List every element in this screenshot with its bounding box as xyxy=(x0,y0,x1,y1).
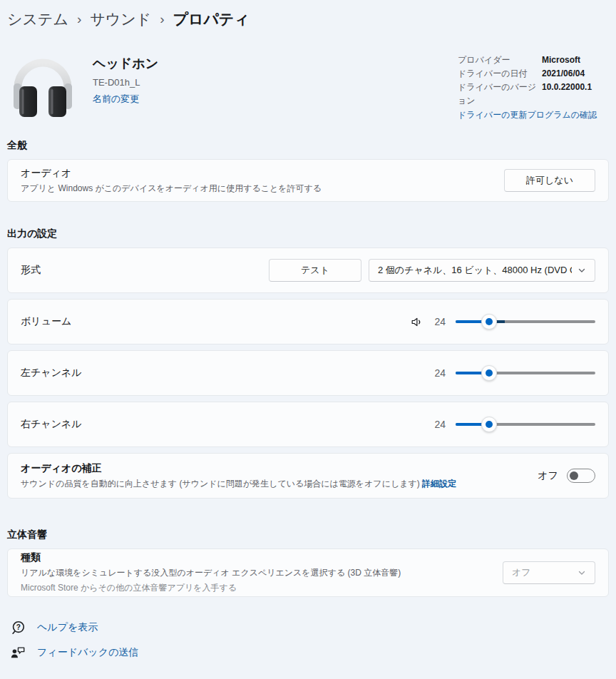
left-channel-slider[interactable] xyxy=(456,365,595,381)
driver-date-row: ドライバーの日付 2021/06/04 xyxy=(458,67,609,81)
audio-enhancement-toggle[interactable] xyxy=(567,469,595,483)
volume-slider-thumb[interactable] xyxy=(481,314,497,330)
spatial-section-heading: 立体音響 xyxy=(7,529,609,541)
show-help-label: ヘルプを表示 xyxy=(37,621,98,634)
spatial-type-dropdown-value: オフ xyxy=(512,566,572,579)
breadcrumb-separator: › xyxy=(160,11,164,27)
send-feedback-label: フィードバックの送信 xyxy=(37,646,138,659)
spatial-store-note: Microsoft Store からその他の立体音響アプリを入手する xyxy=(21,582,401,594)
check-driver-updates-link[interactable]: ドライバーの更新プログラムの確認 xyxy=(458,108,609,122)
device-info: ヘッドホン TE-D01h_L 名前の変更 xyxy=(93,46,158,106)
svg-text:?: ? xyxy=(16,623,21,631)
output-section-heading: 出力の設定 xyxy=(7,228,609,240)
audio-permission-card: オーディオ アプリと Windows がこのデバイスをオーディオ用に使用すること… xyxy=(7,159,609,202)
help-icon: ? xyxy=(10,620,26,635)
advanced-settings-link[interactable]: 詳細設定 xyxy=(422,479,456,489)
breadcrumb-separator: › xyxy=(77,11,81,27)
audio-enhancement-description: サウンドの品質を自動的に向上させます (サウンドに問題が発生している場合には電源… xyxy=(21,478,456,490)
left-channel-value: 24 xyxy=(433,367,446,379)
breadcrumb-sound[interactable]: サウンド xyxy=(90,9,151,29)
driver-version-value: 10.0.22000.1 xyxy=(542,81,592,108)
left-channel-label: 左チャンネル xyxy=(21,367,82,379)
device-header: ヘッドホン TE-D01h_L 名前の変更 プロバイダー Microsoft ド… xyxy=(7,46,609,122)
speaker-icon xyxy=(410,315,423,329)
toggle-knob xyxy=(570,471,578,480)
spatial-type-card: 種類 リアルな環境をシミュレートする没入型のオーディオ エクスペリエンスを選択す… xyxy=(7,548,609,597)
audio-enhancement-description-text: サウンドの品質を自動的に向上させます (サウンドに問題が発生している場合には電源… xyxy=(21,479,420,489)
driver-version-label: ドライバーのバージョン xyxy=(458,81,542,108)
right-channel-card: 右チャンネル 24 xyxy=(7,402,609,447)
right-channel-value: 24 xyxy=(433,419,446,430)
breadcrumb: システム › サウンド › プロパティ xyxy=(7,0,609,29)
sound-properties-page: システム › サウンド › プロパティ xyxy=(0,0,616,660)
volume-slider[interactable] xyxy=(456,314,595,330)
left-channel-slider-thumb[interactable] xyxy=(481,365,497,381)
spatial-type-title: 種類 xyxy=(21,551,401,564)
right-channel-slider-thumb[interactable] xyxy=(481,417,497,432)
audio-permission-title: オーディオ xyxy=(21,167,322,180)
device-name: ヘッドホン xyxy=(93,55,158,72)
right-channel-slider[interactable] xyxy=(456,417,595,432)
audio-enhancement-state-label: オフ xyxy=(538,469,558,482)
breadcrumb-system[interactable]: システム xyxy=(7,9,68,29)
show-help-link[interactable]: ? ヘルプを表示 xyxy=(10,620,98,635)
chevron-down-icon xyxy=(578,568,586,577)
format-dropdown[interactable]: 2 個のチャネル、16 ビット、48000 Hz (DVD Qua xyxy=(369,259,595,282)
format-label: 形式 xyxy=(21,264,41,277)
spatial-type-dropdown[interactable]: オフ xyxy=(503,561,595,584)
left-channel-card: 左チャンネル 24 xyxy=(7,350,609,396)
driver-provider-value: Microsoft xyxy=(542,53,580,67)
audio-permission-description: アプリと Windows がこのデバイスをオーディオ用に使用することを許可する xyxy=(21,183,322,195)
feedback-icon xyxy=(10,645,26,660)
deny-audio-button[interactable]: 許可しない xyxy=(504,169,595,192)
send-feedback-link[interactable]: フィードバックの送信 xyxy=(10,645,138,660)
driver-date-value: 2021/06/04 xyxy=(542,67,585,81)
device-model: TE-D01h_L xyxy=(93,77,158,88)
spatial-type-description: リアルな環境をシミュレートする没入型のオーディオ エクスペリエンスを選択する (… xyxy=(21,567,401,579)
volume-label: ボリューム xyxy=(21,315,71,328)
audio-enhancement-title: オーディオの補正 xyxy=(21,462,456,475)
rename-device-link[interactable]: 名前の変更 xyxy=(93,93,158,106)
volume-card: ボリューム 24 xyxy=(7,299,609,344)
driver-date-label: ドライバーの日付 xyxy=(458,67,542,81)
chevron-down-icon xyxy=(578,266,586,275)
driver-version-row: ドライバーのバージョン 10.0.22000.1 xyxy=(458,81,609,108)
test-button[interactable]: テスト xyxy=(269,259,361,282)
format-dropdown-value: 2 個のチャネル、16 ビット、48000 Hz (DVD Qua xyxy=(378,264,572,277)
driver-info: プロバイダー Microsoft ドライバーの日付 2021/06/04 ドライ… xyxy=(458,46,609,122)
general-section-heading: 全般 xyxy=(7,139,609,152)
driver-provider-label: プロバイダー xyxy=(458,53,542,67)
footer-links: ? ヘルプを表示 フィードバックの送信 xyxy=(7,620,609,660)
driver-provider-row: プロバイダー Microsoft xyxy=(458,53,609,67)
audio-enhancement-card: オーディオの補正 サウンドの品質を自動的に向上させます (サウンドに問題が発生し… xyxy=(7,453,609,499)
format-card: 形式 テスト 2 個のチャネル、16 ビット、48000 Hz (DVD Qua xyxy=(7,247,609,293)
right-channel-label: 右チャンネル xyxy=(21,418,82,431)
headphones-image xyxy=(7,46,78,118)
breadcrumb-properties: プロパティ xyxy=(173,9,250,29)
volume-value: 24 xyxy=(433,316,446,327)
